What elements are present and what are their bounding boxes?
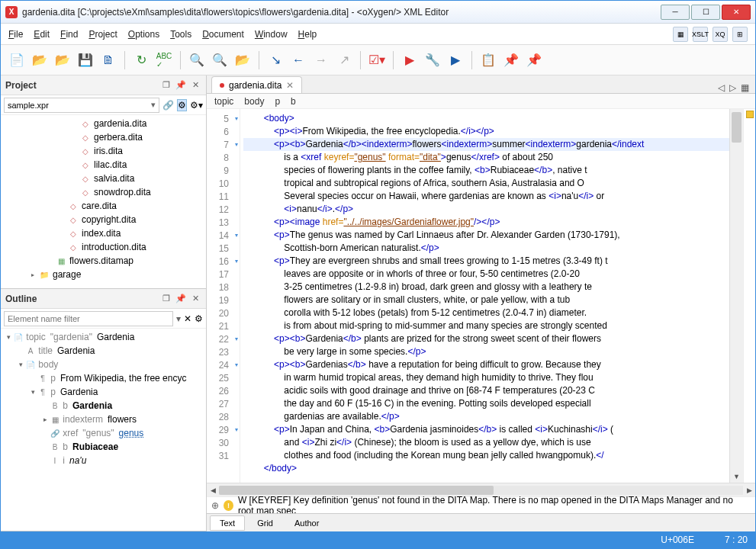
outline-close-filter-icon[interactable]: ✕ — [184, 313, 191, 324]
debug-icon[interactable]: ▶ — [446, 50, 465, 70]
expand-messages-icon[interactable]: ⊕ — [211, 500, 219, 511]
run-icon[interactable]: ▶ — [400, 50, 420, 70]
outline-item[interactable]: B bGardenia — [1, 399, 206, 413]
mode-text[interactable]: Text — [210, 515, 245, 531]
editor-tab[interactable]: gardenia.dita ✕ — [211, 76, 302, 93]
link-icon[interactable]: 🔗 — [162, 100, 174, 111]
menu-help[interactable]: Help — [298, 29, 317, 40]
project-item[interactable]: ▸📁garage — [1, 268, 206, 281]
project-item[interactable]: ▦flowers.ditamap — [1, 254, 206, 268]
menu-options[interactable]: Options — [128, 29, 159, 40]
outline-item[interactable]: ¶ pFrom Wikipedia, the free encyc — [1, 371, 206, 385]
project-item[interactable]: ◇snowdrop.dita — [1, 185, 206, 199]
find-files-icon[interactable]: 📂 — [233, 50, 253, 70]
outline-item[interactable]: ▾¶ pGardenia — [1, 385, 206, 399]
pin-icon[interactable]: 📌 — [175, 79, 187, 92]
panel-close-icon[interactable]: ✕ — [189, 293, 201, 305]
menu-file[interactable]: File — [8, 29, 23, 40]
maximize-button[interactable]: ☐ — [691, 5, 720, 20]
scroll-down-icon[interactable]: ▼ — [730, 470, 743, 483]
find-replace-icon[interactable]: 🔍 — [210, 50, 230, 70]
open-icon[interactable]: 📂 — [30, 50, 50, 70]
scroll-left-icon[interactable]: ◀ — [207, 486, 219, 494]
tab-next-icon[interactable]: ▷ — [729, 82, 736, 93]
project-file-combo[interactable]: sample.xpr — [4, 98, 159, 113]
project-tree[interactable]: ◇gardenia.dita◇gerbera.dita◇iris.dita◇li… — [1, 115, 206, 288]
outline-item[interactable]: ▸▦ indextermflowers — [1, 413, 206, 426]
config-run-icon[interactable]: 🔧 — [423, 50, 442, 70]
perspective-xq-icon[interactable]: XQ — [713, 27, 728, 42]
scroll-thumb-h[interactable] — [219, 486, 494, 495]
outline-filter-input[interactable] — [4, 311, 173, 326]
menu-find[interactable]: Find — [60, 29, 78, 40]
breadcrumb-item[interactable]: p — [275, 96, 280, 107]
open-url-icon[interactable]: 📂 — [53, 50, 72, 70]
outline-item[interactable]: ▾📄 topic"gardenia" Gardenia — [1, 330, 206, 344]
line-gutter[interactable]: 5▾67▾891011121314▾1516▾171819202122▾2324… — [207, 109, 240, 483]
transform-add-icon[interactable]: 📌 — [501, 50, 521, 70]
tab-close-icon[interactable]: ✕ — [286, 80, 294, 91]
nav-back-icon[interactable]: ← — [288, 50, 308, 70]
pin-icon[interactable]: 📌 — [175, 293, 187, 305]
filter-icon[interactable]: ⚙ — [177, 99, 187, 111]
message-bar[interactable]: ⊕ ! W [KEYREF] Key definition 'genus' no… — [207, 496, 755, 513]
tab-list-icon[interactable]: ▦ — [741, 82, 749, 93]
mode-author[interactable]: Author — [285, 516, 328, 530]
outline-settings-icon[interactable]: ⚙ — [195, 313, 203, 324]
project-item[interactable]: ◇lilac.dita — [1, 158, 206, 172]
perspective-grid-icon[interactable]: ▦ — [673, 27, 688, 42]
panel-close-icon[interactable]: ✕ — [189, 79, 201, 92]
perspective-xslt-icon[interactable]: XSLT — [693, 27, 708, 42]
scroll-thumb[interactable] — [732, 112, 742, 143]
restore-icon[interactable]: ❐ — [160, 79, 172, 92]
validate-icon[interactable]: ☑▾ — [367, 50, 387, 70]
warning-marker-icon[interactable] — [746, 111, 754, 118]
nav-external-icon[interactable]: ↘ — [265, 50, 285, 70]
nav-last-icon[interactable]: ↗ — [334, 50, 354, 70]
menu-window[interactable]: Window — [255, 29, 288, 40]
menu-tools[interactable]: Tools — [170, 29, 191, 40]
save-all-icon[interactable]: 🗎 — [98, 50, 118, 70]
find-icon[interactable]: 🔍 — [187, 50, 207, 70]
project-item[interactable]: ◇iris.dita — [1, 144, 206, 158]
outline-item[interactable]: A titleGardenia — [1, 344, 206, 358]
outline-item[interactable]: I ina'u — [1, 454, 206, 467]
perspective-db-icon[interactable]: ⊞ — [732, 27, 748, 42]
horizontal-scrollbar[interactable]: ◀ ▶ — [207, 483, 755, 496]
transform-apply-icon[interactable]: 📌 — [524, 50, 544, 70]
breadcrumb-item[interactable]: topic — [214, 96, 233, 107]
vertical-scrollbar[interactable]: ▲ ▼ — [729, 109, 743, 483]
breadcrumb[interactable]: topic body p b — [207, 94, 755, 109]
spellcheck-icon[interactable]: ABC✓ — [154, 50, 174, 70]
mode-grid[interactable]: Grid — [248, 516, 282, 530]
tab-prev-icon[interactable]: ◁ — [718, 82, 725, 93]
project-item[interactable]: ◇gardenia.dita — [1, 117, 206, 130]
save-icon[interactable]: 💾 — [76, 50, 95, 70]
scroll-right-icon[interactable]: ▶ — [743, 486, 755, 494]
project-item[interactable]: ◇gerbera.dita — [1, 130, 206, 144]
outline-item[interactable]: B bRubiaceae — [1, 440, 206, 454]
close-button[interactable]: ✕ — [722, 5, 751, 20]
menu-edit[interactable]: Edit — [34, 29, 50, 40]
restore-icon[interactable]: ❐ — [160, 293, 172, 305]
project-item[interactable]: ◇index.dita — [1, 226, 206, 240]
project-item[interactable]: ◇care.dita — [1, 199, 206, 213]
project-item[interactable]: ◇copyright.dita — [1, 213, 206, 226]
outline-item[interactable]: 🔗 xref"genus" genus — [1, 426, 206, 440]
project-item[interactable]: ◇salvia.dita — [1, 172, 206, 185]
project-item[interactable]: ◇introduction.dita — [1, 240, 206, 254]
nav-forward-icon[interactable]: → — [311, 50, 331, 70]
menu-document[interactable]: Document — [202, 29, 244, 40]
settings-icon[interactable]: ⚙▾ — [190, 100, 203, 111]
new-icon[interactable]: 📄 — [7, 50, 27, 70]
menu-project[interactable]: Project — [88, 29, 117, 40]
code-editor[interactable]: <body> <p><i>From Wikipedia, the free en… — [240, 109, 729, 483]
breadcrumb-item[interactable]: b — [291, 96, 296, 107]
outline-item[interactable]: ▾📄 body — [1, 358, 206, 371]
transform-icon[interactable]: 📋 — [478, 50, 498, 70]
breadcrumb-item[interactable]: body — [244, 96, 264, 107]
outline-tree[interactable]: ▾📄 topic"gardenia" GardeniaA titleGarden… — [1, 329, 206, 531]
minimize-button[interactable]: ─ — [661, 5, 690, 20]
error-stripe[interactable] — [743, 109, 755, 483]
reload-icon[interactable]: ↻ — [131, 50, 151, 70]
